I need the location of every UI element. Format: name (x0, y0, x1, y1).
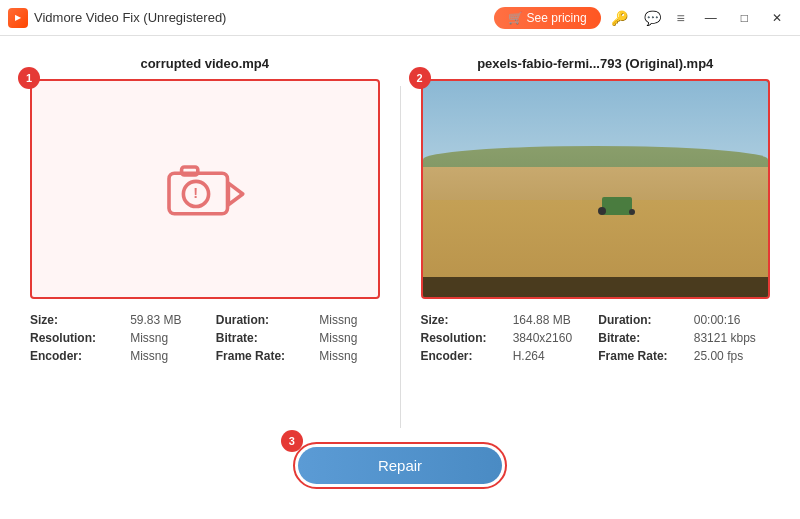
chat-button[interactable]: 💬 (638, 6, 667, 30)
left-duration-value: Missng (319, 313, 379, 327)
right-framerate-label: Frame Rate: (598, 349, 682, 363)
cart-icon: 🛒 (508, 11, 523, 25)
app-title: Vidmore Video Fix (Unregistered) (34, 10, 226, 25)
bottom-area: 3 Repair (30, 428, 770, 499)
repair-badge: 3 (281, 430, 303, 452)
title-bar: Vidmore Video Fix (Unregistered) 🛒 See p… (0, 0, 800, 36)
key-button[interactable]: 🔑 (605, 6, 634, 30)
right-encoder-label: Encoder: (421, 349, 501, 363)
video-overlay-bar (423, 277, 769, 297)
right-size-label: Size: (421, 313, 501, 327)
right-bitrate-value: 83121 kbps (694, 331, 770, 345)
left-resolution-value: Missng (130, 331, 204, 345)
tractor-element (602, 197, 632, 215)
camera-icon-wrapper: ! (160, 154, 250, 224)
right-info-grid: Size: 164.88 MB Duration: 00:00:16 Resol… (421, 313, 771, 363)
right-encoder-value: H.264 (513, 349, 587, 363)
left-info-grid: Size: 59.83 MB Duration: Missng Resoluti… (30, 313, 380, 363)
right-duration-value: 00:00:16 (694, 313, 770, 327)
right-resolution-value: 3840x2160 (513, 331, 587, 345)
left-panel: corrupted video.mp4 1 ! (30, 56, 380, 363)
svg-marker-4 (228, 183, 242, 205)
left-resolution-label: Resolution: (30, 331, 118, 345)
corrupted-video-box[interactable]: ! (30, 79, 380, 299)
left-size-label: Size: (30, 313, 118, 327)
right-panel: pexels-fabio-fermi...793 (Original).mp4 … (421, 56, 771, 363)
left-panel-title: corrupted video.mp4 (30, 56, 380, 71)
left-duration-label: Duration: (216, 313, 308, 327)
left-bitrate-label: Bitrate: (216, 331, 308, 345)
left-encoder-value: Missng (130, 349, 204, 363)
repair-button[interactable]: Repair (298, 447, 502, 484)
broken-camera-icon: ! (160, 154, 250, 224)
close-button[interactable]: ✕ (762, 7, 792, 29)
right-size-value: 164.88 MB (513, 313, 587, 327)
right-panel-title: pexels-fabio-fermi...793 (Original).mp4 (421, 56, 771, 71)
menu-button[interactable]: ≡ (671, 6, 691, 30)
minimize-button[interactable]: — (695, 7, 727, 29)
right-resolution-label: Resolution: (421, 331, 501, 345)
title-bar-right: 🛒 See pricing 🔑 💬 ≡ — □ ✕ (494, 6, 792, 30)
right-panel-wrapper: 2 (421, 79, 771, 299)
original-video-box[interactable] (421, 79, 771, 299)
repair-wrapper: 3 Repair (293, 442, 507, 489)
video-thumbnail-scene (423, 81, 769, 297)
left-framerate-label: Frame Rate: (216, 349, 308, 363)
right-bitrate-label: Bitrate: (598, 331, 682, 345)
pricing-button[interactable]: 🛒 See pricing (494, 7, 601, 29)
repair-button-outer: Repair (293, 442, 507, 489)
right-framerate-value: 25.00 fps (694, 349, 770, 363)
left-bitrate-value: Missng (319, 331, 379, 345)
right-badge: 2 (409, 67, 431, 89)
maximize-button[interactable]: □ (731, 7, 758, 29)
panel-divider (400, 86, 401, 428)
left-encoder-label: Encoder: (30, 349, 118, 363)
title-bar-left: Vidmore Video Fix (Unregistered) (8, 8, 226, 28)
panels-row: corrupted video.mp4 1 ! (30, 56, 770, 428)
app-logo-icon (8, 8, 28, 28)
left-framerate-value: Missng (319, 349, 379, 363)
main-content: corrupted video.mp4 1 ! (0, 36, 800, 519)
left-badge: 1 (18, 67, 40, 89)
svg-text:!: ! (193, 185, 198, 201)
svg-rect-3 (181, 167, 197, 175)
left-size-value: 59.83 MB (130, 313, 204, 327)
left-panel-wrapper: 1 ! (30, 79, 380, 299)
right-duration-label: Duration: (598, 313, 682, 327)
